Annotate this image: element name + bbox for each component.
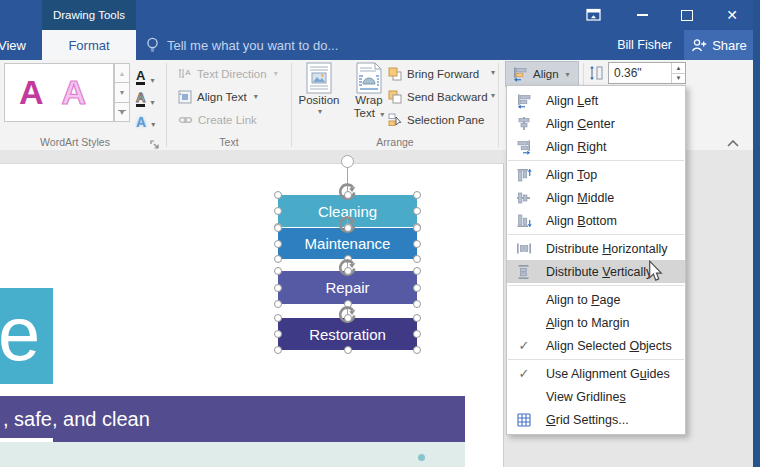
- menu-item-view-gridlines[interactable]: View Gridlines: [507, 385, 685, 408]
- selection-handle[interactable]: [344, 346, 352, 354]
- selection-handle[interactable]: [274, 267, 282, 275]
- align-text-icon: [178, 90, 192, 104]
- lightbulb-icon: [146, 37, 159, 54]
- selection-handle[interactable]: [344, 191, 352, 199]
- shape-restoration[interactable]: Restoration: [278, 318, 417, 350]
- close-button[interactable]: ✕: [722, 6, 742, 24]
- checkmark-icon: ✓: [516, 338, 532, 354]
- menu-item-align-right[interactable]: Align Right: [507, 135, 685, 158]
- selection-handle[interactable]: [344, 314, 352, 322]
- menu-item-align-to-margin[interactable]: Align to Margin: [507, 311, 685, 334]
- gallery-scroll-down-button[interactable]: ▼: [114, 83, 130, 102]
- selection-handle[interactable]: [274, 300, 282, 308]
- menu-item-grid-settings[interactable]: Grid Settings...: [507, 408, 685, 431]
- gallery-scroll-up-button[interactable]: ▲: [114, 63, 130, 83]
- shape-height-field[interactable]: 0.36" ▲ ▼: [608, 62, 686, 84]
- shape-maintenance[interactable]: Maintenance: [278, 228, 417, 259]
- wrap-text-label-2: Text: [354, 107, 375, 119]
- text-fill-button[interactable]: A▾: [136, 63, 166, 85]
- create-link-button[interactable]: Create Link: [178, 109, 257, 130]
- menu-item-distribute-horizontally[interactable]: Distribute Horizontally: [507, 237, 685, 260]
- selection-handle[interactable]: [274, 330, 282, 338]
- send-backward-label: Send Backward: [407, 91, 488, 103]
- tell-me-box[interactable]: Tell me what you want to do...: [146, 30, 338, 60]
- text-effects-button[interactable]: A▾: [136, 107, 166, 129]
- collapse-ribbon-button[interactable]: [727, 133, 739, 151]
- bring-forward-icon: [388, 67, 402, 81]
- spinner-up-button[interactable]: ▲: [672, 63, 685, 74]
- share-button[interactable]: Share: [684, 30, 754, 60]
- align-text-label: Align Text: [197, 91, 247, 103]
- selection-handle[interactable]: [274, 224, 282, 232]
- menu-item-align-selected-objects[interactable]: ✓Align Selected Objects: [507, 334, 685, 357]
- hero-letter-box[interactable]: e: [0, 288, 53, 384]
- footer-strip: [0, 442, 465, 467]
- selection-pane-button[interactable]: Selection Pane: [388, 109, 484, 130]
- document-page[interactable]: e , safe, and clean CleaningMaintenanceR…: [0, 163, 504, 467]
- menu-item-align-middle[interactable]: Align Middle: [507, 186, 685, 209]
- distribute-h-icon: [516, 241, 532, 257]
- bring-forward-dropdown[interactable]: ▾: [491, 68, 495, 77]
- maximize-button[interactable]: [677, 7, 697, 23]
- selection-handle[interactable]: [274, 346, 282, 354]
- text-direction-button[interactable]: A Text Direction▾: [178, 63, 278, 84]
- selection-handle[interactable]: [344, 267, 352, 275]
- menu-item-align-center[interactable]: Align Center: [507, 112, 685, 135]
- share-label: Share: [712, 38, 747, 53]
- selection-handle[interactable]: [413, 224, 421, 232]
- selection-handle[interactable]: [274, 191, 282, 199]
- wrap-text-icon: [354, 62, 384, 94]
- tagline-bar[interactable]: , safe, and clean: [0, 396, 465, 442]
- align-bottom-icon: [516, 213, 532, 229]
- selection-handle[interactable]: [413, 284, 421, 292]
- selection-handle[interactable]: [274, 240, 282, 248]
- tab-view[interactable]: View: [0, 30, 36, 60]
- selection-handle[interactable]: [413, 191, 421, 199]
- selection-handle[interactable]: [344, 224, 352, 232]
- selection-handle[interactable]: [413, 346, 421, 354]
- shape-repair[interactable]: Repair: [278, 271, 417, 304]
- send-backward-button[interactable]: Send Backward: [388, 86, 488, 107]
- shape-label: Maintenance: [305, 235, 391, 252]
- selection-handle[interactable]: [274, 314, 282, 322]
- selection-handle[interactable]: [413, 314, 421, 322]
- menu-item-align-top[interactable]: Align Top: [507, 163, 685, 186]
- selection-handle[interactable]: [274, 255, 282, 263]
- tab-format[interactable]: Format: [42, 30, 136, 60]
- hero-letter: e: [0, 288, 53, 380]
- shape-label: Repair: [325, 279, 369, 296]
- selection-handle[interactable]: [274, 284, 282, 292]
- word-window: Drawing Tools ✕ View Format: [0, 0, 760, 467]
- menu-item-align-bottom[interactable]: Align Bottom: [507, 209, 685, 232]
- align-text-button[interactable]: Align Text▾: [178, 86, 258, 107]
- selection-handle[interactable]: [413, 240, 421, 248]
- selection-handle[interactable]: [274, 207, 282, 215]
- arrange-group-label: Arrange: [292, 136, 498, 148]
- menu-item-label: Align to Margin: [546, 316, 629, 330]
- wordart-style-2[interactable]: A: [62, 73, 87, 112]
- selection-handle[interactable]: [413, 267, 421, 275]
- send-backward-dropdown[interactable]: ▾: [491, 91, 495, 100]
- wrap-text-button[interactable]: Wrap Text ▾: [346, 62, 392, 144]
- wordart-style-1[interactable]: A: [19, 73, 44, 112]
- close-icon: ✕: [726, 7, 738, 23]
- gallery-more-button[interactable]: ▼: [114, 103, 130, 122]
- menu-item-align-left[interactable]: Align Left: [507, 89, 685, 112]
- menu-item-use-alignment-guides[interactable]: ✓Use Alignment Guides: [507, 362, 685, 385]
- spinner-down-button[interactable]: ▼: [672, 74, 685, 84]
- position-button[interactable]: Position ▾: [296, 62, 342, 144]
- menu-item-align-to-page[interactable]: Align to Page: [507, 288, 685, 311]
- text-outline-button[interactable]: A▾: [136, 85, 166, 107]
- selection-handle[interactable]: [413, 330, 421, 338]
- title-bar: Drawing Tools ✕: [0, 0, 760, 30]
- selection-handle[interactable]: [413, 300, 421, 308]
- create-link-icon: [178, 114, 193, 126]
- align-button[interactable]: Align ▾: [505, 61, 579, 87]
- account-name[interactable]: Bill Fisher: [617, 30, 672, 60]
- bring-forward-button[interactable]: Bring Forward: [388, 63, 479, 84]
- selection-handle[interactable]: [413, 207, 421, 215]
- selection-handle[interactable]: [413, 255, 421, 263]
- ribbon-display-options-button[interactable]: [583, 7, 603, 23]
- wordart-gallery[interactable]: A A: [4, 63, 114, 122]
- minimize-button[interactable]: [632, 7, 652, 23]
